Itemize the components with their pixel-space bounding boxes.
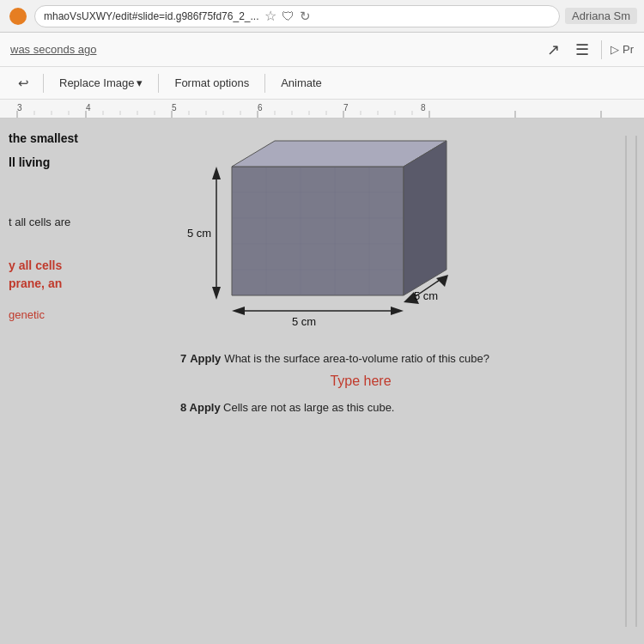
left-text-3: t all cells are	[9, 214, 137, 231]
svg-marker-27	[232, 167, 404, 295]
animate-label: Animate	[281, 76, 322, 89]
q7-text: What is the surface area-to-volume ratio…	[224, 352, 489, 365]
svg-marker-40	[212, 287, 221, 300]
svg-text:5 cm: 5 cm	[187, 227, 211, 240]
left-genetic-text: genetic	[9, 307, 137, 324]
q8-line: 8 Apply Cells are not as large as this c…	[180, 401, 507, 414]
toolbar-sep-1	[43, 74, 44, 93]
ruler: 3 4 5 6 7 8	[0, 100, 644, 118]
format-options-btn[interactable]: Format options	[166, 73, 258, 93]
present-icon: ▷	[611, 43, 619, 56]
q8-number: 8	[180, 401, 186, 414]
left-red-2: prane, an	[9, 275, 137, 293]
refresh-icon: ↻	[300, 9, 311, 24]
left-panel: the smallest ll living t all cells are y…	[0, 118, 146, 644]
left-text-1: the smallest	[9, 131, 137, 148]
autosave-text: was seconds ago	[10, 43, 96, 56]
toolbar: ↩ Replace Image ▾ Format options Animate	[0, 67, 644, 100]
q8-label: Apply	[190, 401, 221, 414]
replace-image-dropdown-icon: ▾	[137, 76, 143, 89]
divider	[601, 40, 602, 59]
svg-marker-43	[232, 307, 245, 315]
toolbar-sep-2	[158, 74, 159, 93]
svg-marker-44	[391, 307, 404, 315]
q8-text: Cells are not as large as this cube.	[223, 401, 394, 414]
divider-2	[635, 136, 637, 627]
left-text-2: ll living	[9, 155, 137, 172]
ruler-ticks	[0, 111, 644, 118]
left-red-1: y all cells	[9, 257, 137, 275]
analytics-icon[interactable]: ↗	[544, 37, 563, 63]
browser-icon-1	[9, 8, 27, 25]
divider-1	[625, 136, 627, 627]
left-red-text: y all cells prane, an	[9, 257, 137, 293]
question-section: 7 Apply What is the surface area-to-volu…	[180, 352, 507, 414]
slides-topbar: was seconds ago ↗ ☰ ▷ Pr	[0, 33, 644, 67]
dividers-panel	[618, 118, 644, 644]
left-top-text: the smallest ll living	[9, 131, 137, 171]
format-options-label: Format options	[174, 76, 249, 89]
present-btn-area[interactable]: ▷ Pr	[611, 43, 634, 56]
svg-text:5 cm: 5 cm	[414, 289, 438, 302]
replace-image-label: Replace Image	[59, 76, 134, 89]
address-bar[interactable]: mhaoVsUXWY/edit#slide=id.g986f75fd76_2_.…	[34, 5, 560, 27]
browser-bar: mhaoVsUXWY/edit#slide=id.g986f75fd76_2_.…	[0, 0, 644, 33]
present-label: Pr	[623, 43, 634, 56]
q7-label: Apply	[190, 352, 221, 365]
shield-icon: 🛡	[282, 9, 295, 23]
q7-line: 7 Apply What is the surface area-to-volu…	[180, 352, 507, 365]
svg-marker-39	[212, 167, 221, 179]
main-area: the smallest ll living t all cells are y…	[0, 118, 644, 644]
animate-btn[interactable]: Animate	[272, 73, 331, 93]
left-middle-text: t all cells are	[9, 214, 137, 231]
address-text: mhaoVsUXWY/edit#slide=id.g986f75fd76_2_.…	[44, 10, 259, 22]
star-icon[interactable]: ☆	[264, 8, 276, 24]
user-label: Adriana Sm	[565, 8, 637, 24]
q7-number: 7	[180, 352, 186, 365]
undo-icon-btn[interactable]: ↩	[10, 71, 36, 95]
topbar-icons: ↗ ☰ ▷ Pr	[544, 37, 634, 63]
type-here[interactable]: Type here	[215, 374, 507, 389]
left-genetic: genetic	[9, 307, 137, 324]
replace-image-btn[interactable]: Replace Image ▾	[51, 73, 151, 93]
svg-marker-29	[404, 141, 447, 295]
toolbar-sep-3	[264, 74, 265, 93]
svg-text:5 cm: 5 cm	[292, 315, 316, 328]
comments-icon[interactable]: ☰	[572, 37, 592, 63]
cube-container[interactable]: 5 cm 5 cm 5 cm	[180, 132, 472, 338]
slide-area: 5 cm 5 cm 5 cm 7 Apply What is the surfa…	[146, 118, 618, 644]
cube-svg: 5 cm 5 cm 5 cm	[180, 132, 472, 338]
